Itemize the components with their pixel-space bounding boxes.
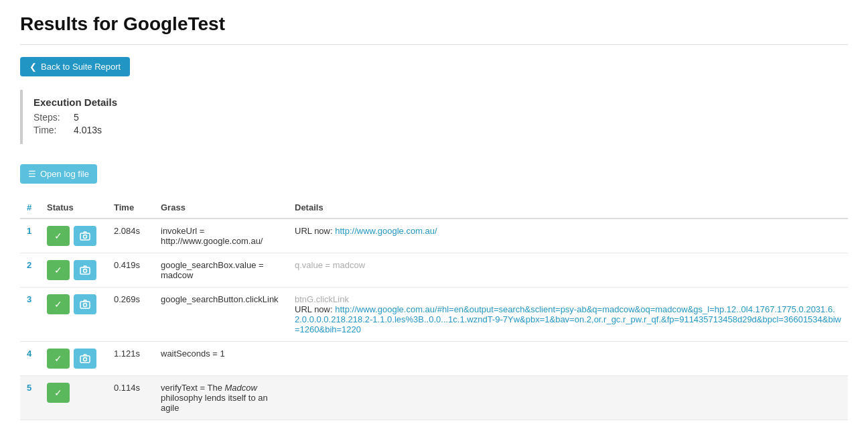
back-to-suite-button[interactable]: ❮ Back to Suite Report <box>20 57 130 76</box>
row-details: q.value = madcow <box>288 253 848 288</box>
row-details: URL now: http://www.google.com.au/ <box>288 218 848 253</box>
row-num: 5 <box>20 376 40 420</box>
check-button[interactable]: ✓ <box>47 260 70 280</box>
time-value: 4.013s <box>74 125 102 135</box>
svg-point-1 <box>84 235 87 239</box>
row-time: 0.419s <box>107 253 154 288</box>
row-status: ✓ <box>40 376 107 420</box>
list-icon: ☰ <box>28 169 36 179</box>
row-num: 3 <box>20 288 40 342</box>
camera-button[interactable] <box>74 226 96 246</box>
details-link[interactable]: http://www.google.com.au/ <box>335 226 437 236</box>
col-header-details: Details <box>288 197 848 218</box>
row-grass: waitSeconds = 1 <box>154 342 288 376</box>
svg-rect-2 <box>80 267 90 274</box>
col-header-grass: Grass <box>154 197 288 218</box>
time-label: Time: <box>33 125 74 135</box>
check-button[interactable]: ✓ <box>47 294 70 314</box>
camera-button[interactable] <box>74 260 96 280</box>
col-header-num: # <box>20 197 40 218</box>
table-header-row: # Status Time Grass Details <box>20 197 848 218</box>
details-link[interactable]: http://www.google.com.au/#hl=en&output=s… <box>295 304 841 334</box>
log-button-label: Open log file <box>40 169 89 179</box>
svg-point-5 <box>84 304 87 307</box>
check-button[interactable]: ✓ <box>47 383 70 403</box>
row-time: 0.114s <box>107 376 154 420</box>
row-status: ✓ <box>40 253 107 288</box>
table-row: 1✓2.084sinvokeUrl = http://www.google.co… <box>20 218 848 253</box>
row-num: 2 <box>20 253 40 288</box>
check-button[interactable]: ✓ <box>47 226 70 246</box>
camera-button[interactable] <box>74 294 96 314</box>
divider <box>20 44 848 45</box>
col-header-time: Time <box>107 197 154 218</box>
row-grass: google_searchBox.value = madcow <box>154 253 288 288</box>
row-num: 4 <box>20 342 40 376</box>
chevron-left-icon: ❮ <box>29 62 37 72</box>
row-details <box>288 376 848 420</box>
check-button[interactable]: ✓ <box>47 349 70 369</box>
execution-steps-row: Steps: 5 <box>33 112 837 123</box>
svg-rect-4 <box>80 302 90 308</box>
svg-point-7 <box>84 358 87 361</box>
steps-label: Steps: <box>33 112 74 123</box>
table-row: 3✓0.269sgoogle_searchButton.clickLinkbtn… <box>20 288 848 342</box>
row-details <box>288 342 848 376</box>
camera-button[interactable] <box>74 349 96 369</box>
svg-rect-6 <box>80 356 90 363</box>
execution-details-box: Execution Details Steps: 5 Time: 4.013s <box>20 90 848 144</box>
row-time: 2.084s <box>107 218 154 253</box>
row-grass: verifyText = The Madcow philosophy lends… <box>154 376 288 420</box>
table-row: 2✓0.419sgoogle_searchBox.value = madcowq… <box>20 253 848 288</box>
row-grass: invokeUrl = http://www.google.com.au/ <box>154 218 288 253</box>
details-muted-prefix: btnG.clickLink <box>295 294 349 304</box>
steps-value: 5 <box>74 112 79 123</box>
svg-rect-0 <box>80 233 90 240</box>
row-time: 0.269s <box>107 288 154 342</box>
details-muted: q.value = madcow <box>295 260 365 270</box>
row-grass: google_searchButton.clickLink <box>154 288 288 342</box>
back-button-label: Back to Suite Report <box>41 62 121 72</box>
execution-time-row: Time: 4.013s <box>33 125 837 135</box>
row-status: ✓ <box>40 342 107 376</box>
row-num: 1 <box>20 218 40 253</box>
execution-details-title: Execution Details <box>33 97 837 108</box>
table-row: 5✓0.114sverifyText = The Madcow philosop… <box>20 376 848 420</box>
row-details: btnG.clickLinkURL now: http://www.google… <box>288 288 848 342</box>
svg-point-3 <box>84 269 87 273</box>
row-status: ✓ <box>40 218 107 253</box>
open-log-file-button[interactable]: ☰ Open log file <box>20 164 97 184</box>
col-header-status: Status <box>40 197 107 218</box>
table-row: 4✓1.121swaitSeconds = 1 <box>20 342 848 376</box>
row-time: 1.121s <box>107 342 154 376</box>
results-table: # Status Time Grass Details 1✓2.084sinvo… <box>20 197 848 420</box>
page-title: Results for GoogleTest <box>20 13 848 35</box>
row-status: ✓ <box>40 288 107 342</box>
